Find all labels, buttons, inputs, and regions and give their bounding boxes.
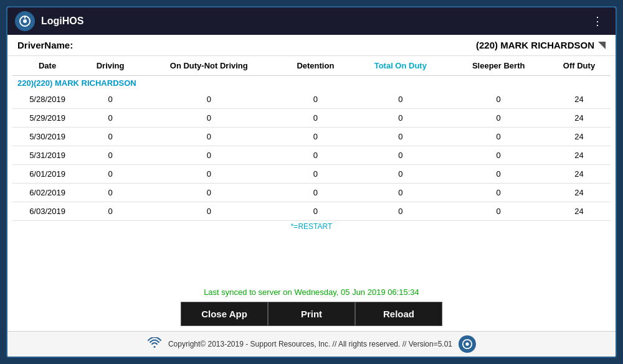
col-date: Date — [12, 56, 82, 76]
footer: Copyright© 2013-2019 - Support Resources… — [7, 331, 616, 357]
col-on-duty-not-driving: On Duty-Not Driving — [138, 56, 279, 76]
table-row: 6/01/20190000024 — [12, 165, 611, 184]
close-app-button[interactable]: Close App — [181, 302, 268, 326]
data-table-container: Date Driving On Duty-Not Driving Detenti… — [7, 56, 616, 284]
wifi-icon — [147, 337, 162, 352]
footer-logo-icon — [459, 335, 476, 353]
print-button[interactable]: Print — [268, 302, 355, 326]
table-header-row: Date Driving On Duty-Not Driving Detenti… — [12, 56, 611, 76]
driver-name: (220) MARK RICHARDSON — [476, 40, 594, 50]
table-row: 6/02/20190000024 — [12, 184, 611, 202]
app-window: LogiHOS ⋮ DriverName: (220) MARK RICHARD… — [6, 6, 617, 358]
app-logo-icon — [15, 11, 35, 31]
action-buttons: Close App Print Reload — [7, 299, 616, 331]
col-detention: Detention — [279, 56, 351, 76]
table-row: 5/29/20190000024 — [12, 109, 611, 128]
driver-label: DriverName: — [17, 40, 73, 50]
title-bar-left: LogiHOS — [15, 11, 83, 31]
table-row: 5/28/20190000024 — [12, 90, 611, 109]
hours-table: Date Driving On Duty-Not Driving Detenti… — [12, 56, 611, 232]
col-total-on-duty: Total On Duty — [351, 56, 449, 76]
table-row: 6/03/20190000024 — [12, 202, 611, 221]
col-off-duty: Off Duty — [548, 56, 611, 76]
main-content: DriverName: (220) MARK RICHARDSON Date D… — [7, 35, 616, 357]
app-title: LogiHOS — [41, 16, 83, 27]
reload-button[interactable]: Reload — [355, 302, 442, 326]
title-bar: LogiHOS ⋮ — [7, 7, 616, 35]
sync-message: Last synced to server on Wednesday, 05 J… — [7, 284, 616, 299]
restart-row: *=RESTART — [12, 221, 611, 233]
svg-point-1 — [23, 19, 27, 23]
group-header-label: 220)(220) MARK RICHARDSON — [12, 76, 611, 91]
driver-header: DriverName: (220) MARK RICHARDSON — [7, 35, 616, 56]
table-row: 5/31/20190000024 — [12, 146, 611, 165]
menu-icon[interactable]: ⋮ — [587, 12, 608, 30]
footer-copyright: Copyright© 2013-2019 - Support Resources… — [168, 340, 452, 348]
corner-indicator — [598, 42, 606, 49]
table-row: 5/30/20190000024 — [12, 128, 611, 146]
svg-point-4 — [465, 342, 468, 345]
col-driving: Driving — [82, 56, 138, 76]
col-sleeper-berth: Sleeper Berth — [449, 56, 548, 76]
restart-label: *=RESTART — [12, 221, 611, 233]
group-header-row: 220)(220) MARK RICHARDSON — [12, 76, 611, 91]
